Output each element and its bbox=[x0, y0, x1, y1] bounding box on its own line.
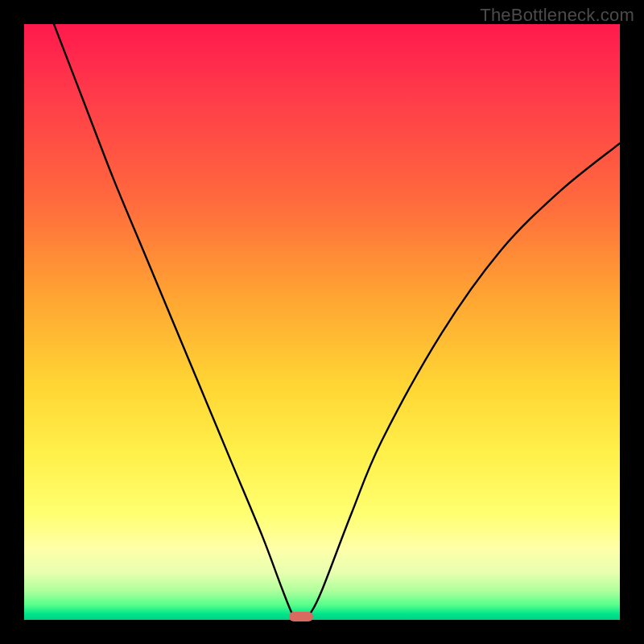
watermark-text: TheBottleneck.com bbox=[480, 5, 634, 26]
optimum-marker bbox=[289, 612, 313, 621]
bottleneck-curve bbox=[24, 24, 620, 620]
plot-area bbox=[24, 24, 620, 620]
curve-path bbox=[54, 24, 620, 620]
chart-frame: TheBottleneck.com bbox=[0, 0, 644, 644]
